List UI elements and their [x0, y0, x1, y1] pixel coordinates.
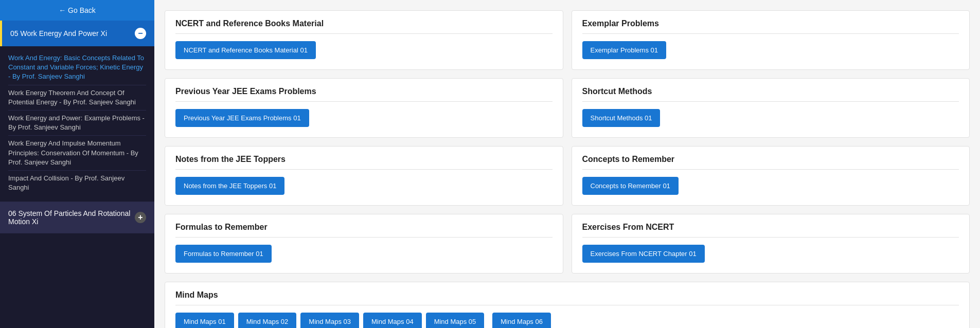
btn-concepts-01[interactable]: Concepts to Remember 01 [582, 177, 679, 195]
section-title-ncert: NCERT and Reference Books Material [175, 19, 553, 34]
btn-group-exemplar: Exemplar Problems 01 [582, 41, 959, 59]
btn-prev-year-01[interactable]: Previous Year JEE Exams Problems 01 [175, 109, 309, 127]
section-concepts: Concepts to Remember Concepts to Remembe… [572, 146, 970, 206]
chapter-header-ch05[interactable]: 05 Work Energy And Power Xi − [0, 21, 154, 46]
section-title-exemplar: Exemplar Problems [582, 19, 959, 34]
section-ncert: NCERT and Reference Books Material NCERT… [165, 10, 563, 70]
btn-group-shortcut: Shortcut Methods 01 [582, 109, 959, 127]
btn-exercises-01[interactable]: Exercises From NCERT Chapter 01 [582, 245, 705, 263]
btn-exemplar-01[interactable]: Exemplar Problems 01 [582, 41, 667, 59]
chapter-title-ch05: 05 Work Energy And Power Xi [10, 29, 131, 38]
btn-mindmaps-01[interactable]: Mind Maps 01 [175, 313, 234, 328]
section-shortcut: Shortcut Methods Shortcut Methods 01 [572, 78, 970, 138]
chapter-sub-items-ch05: Work And Energy: Basic Concepts Related … [0, 46, 154, 202]
section-title-prev-year: Previous Year JEE Exams Problems [175, 87, 553, 102]
btn-group-mindmaps: Mind Maps 01 Mind Maps 02 Mind Maps 03 M… [175, 313, 959, 328]
sidebar: ← Go Back 05 Work Energy And Power Xi − … [0, 0, 154, 328]
section-mindmaps: Mind Maps Mind Maps 01 Mind Maps 02 Mind… [165, 282, 970, 328]
section-title-concepts: Concepts to Remember [582, 155, 959, 170]
content-grid: NCERT and Reference Books Material NCERT… [165, 10, 970, 328]
btn-formulas-01[interactable]: Formulas to Remember 01 [175, 245, 272, 263]
btn-mindmaps-04[interactable]: Mind Maps 04 [363, 313, 422, 328]
main-content: NCERT and Reference Books Material NCERT… [154, 0, 980, 328]
btn-group-prev-year: Previous Year JEE Exams Problems 01 [175, 109, 553, 127]
chapter-title-ch06: 06 System Of Particles And Rotational Mo… [8, 209, 131, 226]
sub-item-2[interactable]: Work Energy and Power: Example Problems … [8, 111, 146, 136]
section-title-exercises: Exercises From NCERT [582, 223, 959, 238]
btn-jee-toppers-01[interactable]: Notes from the JEE Toppers 01 [175, 177, 284, 195]
btn-mindmaps-06[interactable]: Mind Maps 06 [492, 313, 551, 328]
chapter-header-ch06[interactable]: 06 System Of Particles And Rotational Mo… [0, 202, 154, 233]
btn-mindmaps-03[interactable]: Mind Maps 03 [300, 313, 359, 328]
chapter-toggle-ch05[interactable]: − [135, 28, 146, 39]
section-title-jee-toppers: Notes from the JEE Toppers [175, 155, 553, 170]
btn-group-ncert: NCERT and Reference Books Material 01 [175, 41, 553, 59]
btn-group-concepts: Concepts to Remember 01 [582, 177, 959, 195]
sub-item-0[interactable]: Work And Energy: Basic Concepts Related … [8, 50, 146, 85]
section-title-mindmaps: Mind Maps [175, 290, 959, 305]
section-title-formulas: Formulas to Remember [175, 223, 553, 238]
btn-group-jee-toppers: Notes from the JEE Toppers 01 [175, 177, 553, 195]
section-exemplar: Exemplar Problems Exemplar Problems 01 [572, 10, 970, 70]
section-prev-year: Previous Year JEE Exams Problems Previou… [165, 78, 563, 138]
sub-item-4[interactable]: Impact And Collision - By Prof. Sanjeev … [8, 171, 146, 195]
section-exercises: Exercises From NCERT Exercises From NCER… [572, 214, 970, 274]
sub-item-3[interactable]: Work Energy And Impulse Momentum Princip… [8, 136, 146, 171]
section-jee-toppers: Notes from the JEE Toppers Notes from th… [165, 146, 563, 206]
section-title-shortcut: Shortcut Methods [582, 87, 959, 102]
btn-group-formulas: Formulas to Remember 01 [175, 245, 553, 263]
btn-mindmaps-02[interactable]: Mind Maps 02 [238, 313, 297, 328]
btn-ncert-01[interactable]: NCERT and Reference Books Material 01 [175, 41, 316, 59]
chapter-toggle-ch06[interactable]: + [135, 212, 146, 223]
chapter-item-ch06: 06 System Of Particles And Rotational Mo… [0, 202, 154, 233]
btn-group-exercises: Exercises From NCERT Chapter 01 [582, 245, 959, 263]
go-back-button[interactable]: ← Go Back [0, 0, 154, 21]
btn-mindmaps-05[interactable]: Mind Maps 05 [426, 313, 485, 328]
btn-shortcut-01[interactable]: Shortcut Methods 01 [582, 109, 661, 127]
sub-item-1[interactable]: Work Energy Theorem And Concept Of Poten… [8, 85, 146, 111]
chapter-item-ch05: 05 Work Energy And Power Xi − Work And E… [0, 21, 154, 202]
section-formulas: Formulas to Remember Formulas to Remembe… [165, 214, 563, 274]
